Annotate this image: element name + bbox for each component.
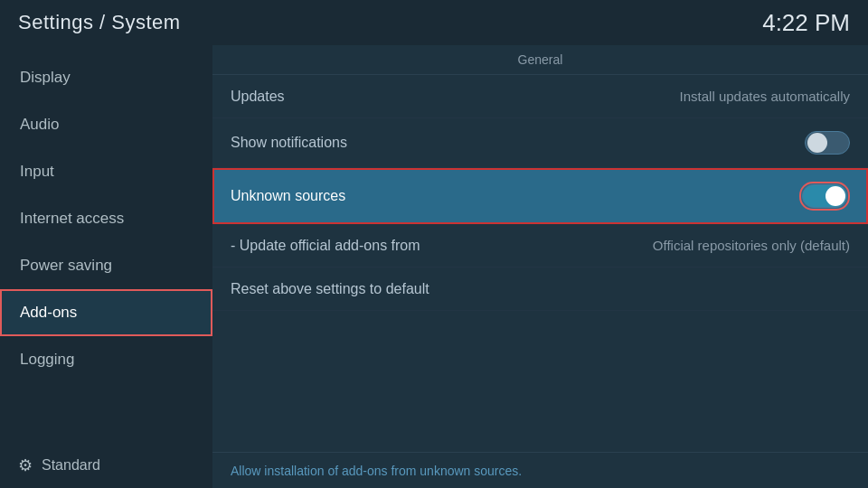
setting-value-update-official-addons: Official repositories only (default) — [653, 238, 850, 253]
toggle-knob-unknown-sources — [826, 186, 845, 206]
setting-value-updates: Install updates automatically — [680, 89, 850, 104]
clock: 4:22 PM — [762, 9, 850, 37]
profile-label: Standard — [42, 457, 100, 474]
sidebar-item-internet-access[interactable]: Internet access — [0, 195, 212, 242]
status-text: Allow installation of add-ons from unkno… — [231, 464, 522, 478]
sidebar-item-display[interactable]: Display — [0, 54, 212, 101]
toggle-unknown-sources[interactable] — [802, 184, 847, 208]
toggle-unknown-sources-wrapper — [799, 182, 850, 211]
page-title: Settings / System — [18, 11, 181, 34]
toggle-knob-show-notifications — [807, 133, 827, 153]
setting-label-updates: Updates — [231, 89, 285, 105]
status-bar: Allow installation of add-ons from unkno… — [212, 452, 868, 488]
sidebar-item-power-saving[interactable]: Power saving — [0, 242, 212, 289]
sidebar-bottom: ⚙ Standard — [0, 443, 212, 488]
settings-list: Updates Install updates automatically Sh… — [212, 75, 868, 452]
sidebar-item-add-ons[interactable]: Add-ons — [0, 289, 212, 336]
section-label: General — [212, 45, 868, 75]
sidebar-item-logging[interactable]: Logging — [0, 336, 212, 383]
toggle-show-notifications[interactable] — [805, 131, 850, 155]
layout: Display Audio Input Internet access Powe… — [0, 45, 868, 488]
setting-row-unknown-sources[interactable]: Unknown sources — [212, 168, 868, 224]
setting-label-reset-settings: Reset above settings to default — [231, 281, 429, 297]
setting-label-unknown-sources: Unknown sources — [231, 188, 345, 204]
main-content: General Updates Install updates automati… — [212, 45, 868, 488]
header: Settings / System 4:22 PM — [0, 0, 868, 45]
setting-row-show-notifications[interactable]: Show notifications — [212, 118, 868, 168]
gear-icon: ⚙ — [18, 455, 33, 475]
sidebar-item-input[interactable]: Input — [0, 148, 212, 195]
setting-row-updates[interactable]: Updates Install updates automatically — [212, 75, 868, 118]
sidebar-item-audio[interactable]: Audio — [0, 101, 212, 148]
setting-row-update-official-addons[interactable]: - Update official add-ons from Official … — [212, 224, 868, 267]
setting-label-show-notifications: Show notifications — [231, 135, 347, 151]
setting-row-reset-settings[interactable]: Reset above settings to default — [212, 267, 868, 311]
sidebar: Display Audio Input Internet access Powe… — [0, 45, 212, 488]
setting-label-update-official-addons: - Update official add-ons from — [231, 238, 420, 254]
